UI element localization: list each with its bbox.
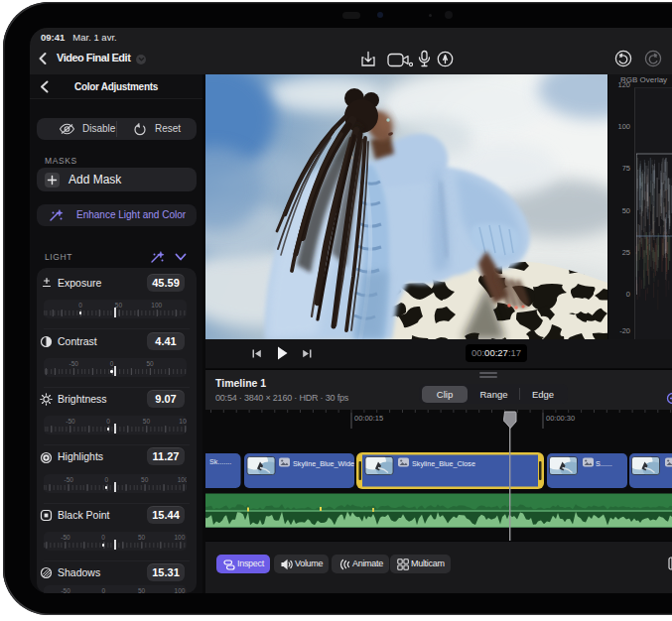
svg-text:00:00:15: 00:00:15 (354, 414, 383, 423)
svg-text:S......: S...... (596, 459, 612, 468)
svg-text:00:00:30: 00:00:30 (546, 414, 575, 423)
svg-text:Skyline_Blue_Close: Skyline_Blue_Close (412, 459, 475, 468)
svg-text:Skyline_Blue_Wide: Skyline_Blue_Wide (293, 459, 354, 468)
svg-text:Sk.......: Sk....... (209, 457, 231, 466)
